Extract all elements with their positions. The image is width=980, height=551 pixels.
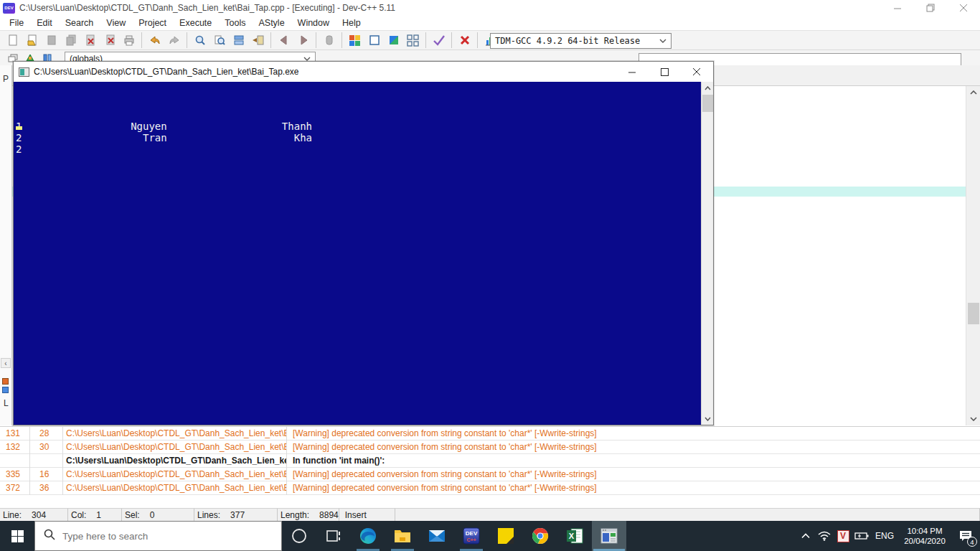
- new-file-button[interactable]: [3, 32, 22, 49]
- status-value: 304: [32, 510, 46, 520]
- unikey-icon[interactable]: V: [834, 521, 852, 551]
- log-message: In function 'int main()':: [287, 454, 980, 468]
- console-output[interactable]: 1 Nguyen Thanh2 Tran Kha2: [14, 82, 701, 425]
- status-label: Lines:: [197, 510, 220, 520]
- open-file-button[interactable]: [22, 32, 42, 49]
- log-line-number: 131: [0, 427, 30, 441]
- console-window: C:\Users\Luan\Desktop\CTDL_GT\Danh_Sach_…: [13, 61, 714, 425]
- language-indicator[interactable]: ENG: [871, 531, 898, 541]
- console-maximize-button[interactable]: [649, 62, 681, 82]
- menu-item[interactable]: Edit: [30, 17, 59, 29]
- abort-button[interactable]: [455, 32, 474, 49]
- status-label: Length:: [281, 510, 309, 520]
- taskbar-clock[interactable]: 10:04 PM 20/04/2020: [898, 526, 951, 546]
- menu-item[interactable]: View: [100, 17, 132, 29]
- taskbar-app-sticky-notes[interactable]: [489, 521, 523, 551]
- scroll-down-arrow[interactable]: [702, 413, 714, 425]
- compile-run-button[interactable]: [384, 32, 403, 49]
- menu-item[interactable]: Execute: [173, 17, 218, 29]
- scrollbar-thumb[interactable]: [968, 303, 979, 324]
- scrollbar-thumb[interactable]: [702, 95, 713, 112]
- log-line-number: [0, 454, 30, 468]
- panel-scroll-left-button[interactable]: ‹: [1, 358, 11, 368]
- menu-item[interactable]: Window: [291, 17, 336, 29]
- goto-line-button[interactable]: [248, 32, 268, 49]
- cortana-button[interactable]: [282, 521, 316, 551]
- console-close-button[interactable]: [681, 62, 713, 82]
- tray-chevron-up-icon[interactable]: [796, 521, 815, 551]
- console-line: 2 Tran Kha: [16, 132, 312, 143]
- compile-button[interactable]: [345, 32, 364, 49]
- taskbar-app-console-active[interactable]: [592, 521, 626, 551]
- task-view-button[interactable]: [316, 521, 351, 551]
- main-toolbar: TDM-GCC 4.9.2 64-bit Release: [0, 30, 980, 50]
- console-titlebar[interactable]: C:\Users\Luan\Desktop\CTDL_GT\Danh_Sach_…: [14, 62, 713, 82]
- redo-button[interactable]: [164, 32, 184, 49]
- wifi-icon[interactable]: [815, 521, 834, 551]
- editor-vertical-scrollbar[interactable]: [966, 86, 980, 425]
- menu-item[interactable]: Search: [59, 17, 100, 29]
- log-file-path: C:\Users\Luan\Desktop\CTDL_GT\Danh_Sach_…: [63, 468, 287, 481]
- menu-item[interactable]: Tools: [218, 17, 252, 29]
- status-label: Sel:: [125, 510, 140, 520]
- project-panel-edge: P ‹ L: [0, 65, 12, 425]
- action-center-button[interactable]: 4: [951, 521, 980, 551]
- save-button[interactable]: [42, 32, 61, 49]
- find-button[interactable]: [190, 32, 209, 49]
- back-button[interactable]: [274, 32, 293, 49]
- report-tab-icon[interactable]: [2, 378, 9, 385]
- ide-titlebar: DEV C:\Users\Luan\Desktop\CTDL_GT\Danh_S…: [0, 0, 980, 16]
- console-scrollbar[interactable]: [701, 82, 713, 425]
- taskbar-app-file-explorer[interactable]: [385, 521, 420, 551]
- search-input[interactable]: [62, 531, 242, 542]
- taskbar-app-edge[interactable]: [351, 521, 385, 551]
- forward-button[interactable]: [293, 32, 313, 49]
- taskbar-app-devcpp[interactable]: DEVC++: [454, 521, 489, 551]
- scroll-up-arrow[interactable]: [966, 86, 980, 99]
- start-button[interactable]: [0, 521, 34, 551]
- menu-item[interactable]: Project: [132, 17, 173, 29]
- insert-mode-indicator: Insert: [339, 509, 395, 522]
- compiler-log-row[interactable]: 132 30 C:\Users\Luan\Desktop\CTDL_GT\Dan…: [0, 441, 980, 454]
- compiler-log-row[interactable]: 335 16 C:\Users\Luan\Desktop\CTDL_GT\Dan…: [0, 468, 980, 481]
- debug-toggle-button[interactable]: [319, 32, 339, 49]
- panel-bottom-letter: L: [4, 398, 9, 408]
- log-tab-icon[interactable]: [2, 387, 9, 393]
- close-all-button[interactable]: [100, 32, 119, 49]
- taskbar-app-mail[interactable]: [420, 521, 454, 551]
- battery-icon[interactable]: [852, 521, 871, 551]
- log-file-path: C:\Users\Luan\Desktop\CTDL_GT\Danh_Sach_…: [63, 481, 287, 495]
- replace-button[interactable]: [229, 32, 248, 49]
- log-line-number: 132: [0, 441, 30, 454]
- menu-item[interactable]: Help: [336, 17, 367, 29]
- taskbar-app-chrome[interactable]: [523, 521, 557, 551]
- save-all-button[interactable]: [61, 32, 80, 49]
- run-button[interactable]: [364, 32, 384, 49]
- status-bar: Line: 304 Col: 1 Sel: 0 Lines: 377: [0, 508, 980, 521]
- console-minimize-button[interactable]: [616, 62, 649, 82]
- minimize-button[interactable]: [881, 0, 914, 16]
- menu-item[interactable]: File: [3, 17, 30, 29]
- syntax-check-button[interactable]: [429, 32, 448, 49]
- log-message: [Warning] deprecated conversion from str…: [287, 481, 980, 495]
- log-file-path: C:\Users\Luan\Desktop\CTDL_GT\Danh_Sach_…: [63, 441, 287, 454]
- restore-button[interactable]: [914, 0, 947, 16]
- svg-text:DEV: DEV: [466, 530, 478, 537]
- taskbar-app-excel[interactable]: X: [557, 521, 592, 551]
- scroll-up-arrow[interactable]: [702, 82, 714, 94]
- status-field: Sel: 0: [122, 509, 194, 522]
- svg-text:X: X: [569, 532, 575, 540]
- compiler-profile-select[interactable]: TDM-GCC 4.9.2 64-bit Release: [490, 33, 672, 49]
- rebuild-all-button[interactable]: [403, 32, 423, 49]
- close-file-button[interactable]: [80, 32, 100, 49]
- compiler-log-row[interactable]: C:\Users\Luan\Desktop\CTDL_GT\Danh_Sach_…: [0, 454, 980, 468]
- find-in-files-button[interactable]: [209, 32, 229, 49]
- taskbar-search[interactable]: [34, 521, 282, 551]
- undo-button[interactable]: [145, 32, 164, 49]
- print-button[interactable]: [119, 32, 138, 49]
- close-button[interactable]: [947, 0, 980, 16]
- compiler-log-row[interactable]: 131 28 C:\Users\Luan\Desktop\CTDL_GT\Dan…: [0, 427, 980, 441]
- compiler-log-row[interactable]: 372 36 C:\Users\Luan\Desktop\CTDL_GT\Dan…: [0, 481, 980, 495]
- menu-item[interactable]: AStyle: [252, 17, 291, 29]
- scroll-down-arrow[interactable]: [966, 413, 980, 425]
